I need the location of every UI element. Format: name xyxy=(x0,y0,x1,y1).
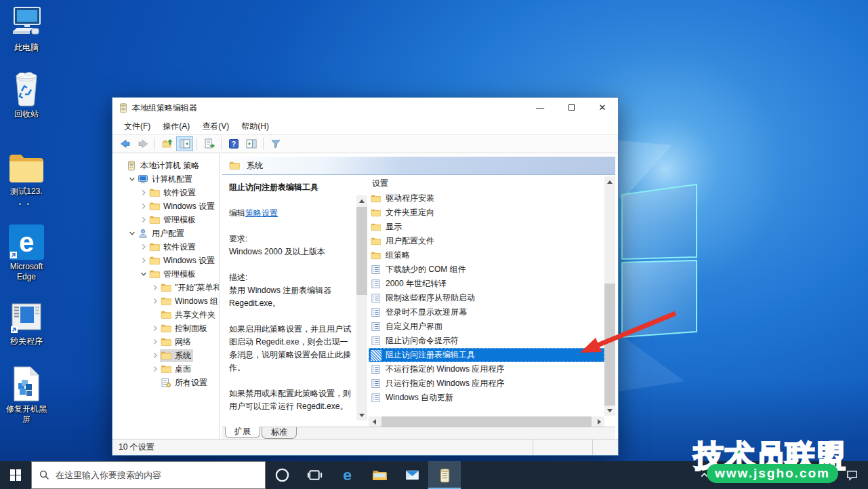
setting-row-文件夹重定向[interactable]: 文件夹重定向 xyxy=(369,206,604,220)
setting-label: 下载缺少的 COM 组件 xyxy=(386,264,466,275)
setting-row-下载缺少的 COM 组件[interactable]: 下载缺少的 COM 组件 xyxy=(369,262,604,277)
expand-chevron-icon[interactable] xyxy=(150,351,160,360)
setting-row-Windows 自动更新[interactable]: Windows 自动更新 xyxy=(369,391,604,405)
fix-black-screen-icon xyxy=(0,364,53,402)
tree-item-控制面板[interactable]: 控制面板 xyxy=(113,321,219,335)
export-list-icon[interactable] xyxy=(201,136,218,151)
expand-chevron-icon[interactable] xyxy=(139,242,148,252)
menu-帮助H[interactable]: 帮助(H) xyxy=(235,119,275,134)
settings-list-vscrollbar[interactable] xyxy=(604,176,615,416)
setting-row-阻止访问命令提示符[interactable]: 阻止访问命令提示符 xyxy=(369,334,604,348)
maximize-button[interactable] xyxy=(556,98,587,117)
desktop-icon-fix-black-screen[interactable]: 修复开机黑屏 xyxy=(0,364,53,425)
quick-close-app-icon xyxy=(0,296,53,334)
expand-chevron-icon[interactable] xyxy=(139,256,148,265)
setting-row-登录时不显示欢迎屏幕[interactable]: 登录时不显示欢迎屏幕 xyxy=(369,305,604,319)
tree-item-本地计算机 策略[interactable]: 本地计算机 策略 xyxy=(113,159,219,172)
tree-item-所有设置[interactable]: 所有设置 xyxy=(113,376,219,389)
setting-row-自定义用户界面[interactable]: 自定义用户界面 xyxy=(369,319,604,334)
gpedit-icon xyxy=(126,160,137,171)
back-icon[interactable] xyxy=(117,136,133,151)
collapse-chevron-icon[interactable] xyxy=(127,174,137,184)
tree-item-label: 管理模板 xyxy=(163,214,196,226)
setting-row-显示[interactable]: 显示 xyxy=(369,220,604,234)
tree-item-管理模板[interactable]: 管理模板 xyxy=(113,213,219,227)
tree-item-网络[interactable]: 网络 xyxy=(113,335,219,349)
taskbar-app-task-view[interactable] xyxy=(298,461,331,489)
tree-item-软件设置[interactable]: 软件设置 xyxy=(113,186,219,199)
setting-row-限制这些程序从帮助启动[interactable]: 限制这些程序从帮助启动 xyxy=(369,291,604,305)
setting-row-2000 年世纪转译[interactable]: 2000 年世纪转译 xyxy=(369,277,604,291)
menu-操作A[interactable]: 操作(A) xyxy=(157,119,196,134)
tree-item-计算机配置[interactable]: 计算机配置 xyxy=(113,172,219,186)
expand-chevron-icon[interactable] xyxy=(139,188,148,197)
action-center-icon[interactable] xyxy=(846,469,859,482)
menu-文件F[interactable]: 文件(F) xyxy=(118,119,157,134)
settings-column-header[interactable]: 设置 xyxy=(369,175,604,191)
svg-text:?: ? xyxy=(231,140,235,148)
tree-item-"开始"菜单和[interactable]: "开始"菜单和 xyxy=(113,281,219,294)
setting-row-阻止访问注册表编辑工具[interactable]: 阻止访问注册表编辑工具 xyxy=(369,348,604,362)
collapse-chevron-icon[interactable] xyxy=(139,269,148,279)
search-input[interactable] xyxy=(56,470,239,480)
desktop-icon-microsoft-edge[interactable]: eMicrosoftEdge xyxy=(0,222,53,282)
start-button[interactable] xyxy=(0,461,31,489)
setting-row-只运行指定的 Windows 应用程序[interactable]: 只运行指定的 Windows 应用程序 xyxy=(369,376,604,391)
expand-chevron-icon[interactable] xyxy=(150,364,160,374)
description-scrollbar[interactable] xyxy=(356,195,367,420)
folder-icon xyxy=(161,282,171,293)
tree-item-管理模板[interactable]: 管理模板 xyxy=(113,267,219,281)
console-tree: 本地计算机 策略计算机配置软件设置Windows 设置管理模板用户配置软件设置W… xyxy=(113,153,220,439)
expand-chevron-icon[interactable] xyxy=(150,283,160,292)
expand-chevron-icon[interactable] xyxy=(150,324,160,333)
setting-row-用户配置文件[interactable]: 用户配置文件 xyxy=(369,234,604,248)
show-console-tree-icon[interactable] xyxy=(176,136,193,151)
setting-label: 显示 xyxy=(386,221,402,233)
taskbar-app-edge[interactable]: e xyxy=(331,461,363,489)
taskbar-search[interactable] xyxy=(31,461,266,489)
setting-label: 不运行指定的 Windows 应用程序 xyxy=(386,364,504,375)
menu-查看V[interactable]: 查看(V) xyxy=(196,119,235,134)
tree-item-Windows 组[interactable]: Windows 组 xyxy=(113,294,219,308)
tree-item-label: 桌面 xyxy=(175,364,191,375)
setting-row-不运行指定的 Windows 应用程序[interactable]: 不运行指定的 Windows 应用程序 xyxy=(369,362,604,376)
desktop-icon-test-folder[interactable]: 测试123.。。 xyxy=(0,146,53,207)
expand-chevron-icon[interactable] xyxy=(150,296,160,306)
tab-扩展[interactable]: 扩展 xyxy=(225,427,260,438)
taskbar-app-gpedit[interactable] xyxy=(428,461,461,489)
minimize-button[interactable]: — xyxy=(524,98,556,117)
help-icon[interactable]: ? xyxy=(225,136,242,151)
show-action-pane-icon[interactable] xyxy=(243,136,260,151)
desktop-icon-quick-close-app[interactable]: 秒关程序 xyxy=(0,296,53,347)
close-button[interactable]: ✕ xyxy=(587,98,618,117)
forward-icon[interactable] xyxy=(134,136,151,151)
expand-chevron-icon[interactable] xyxy=(139,215,148,224)
tree-item-Windows 设置[interactable]: Windows 设置 xyxy=(113,254,219,267)
setting-row-驱动程序安装[interactable]: 驱动程序安装 xyxy=(369,191,604,206)
title-bar[interactable]: 本地组策略编辑器 — ✕ xyxy=(112,98,618,118)
taskbar-app-cortana[interactable] xyxy=(266,461,298,489)
desktop-icon-recycle-bin[interactable]: 回收站 xyxy=(0,69,53,119)
tree-item-共享文件夹[interactable]: 共享文件夹 xyxy=(113,308,219,321)
setting-label: 阻止访问注册表编辑工具 xyxy=(386,349,475,361)
tree-item-label: Windows 设置 xyxy=(163,201,215,212)
expand-chevron-icon[interactable] xyxy=(150,337,160,347)
tree-item-Windows 设置[interactable]: Windows 设置 xyxy=(113,199,219,213)
policy-settings-link[interactable]: 策略设置 xyxy=(245,208,278,218)
collapse-chevron-icon[interactable] xyxy=(127,229,137,238)
tab-标准[interactable]: 标准 xyxy=(262,427,297,439)
up-one-level-icon[interactable] xyxy=(159,136,175,151)
tree-item-系统[interactable]: 系统 xyxy=(113,349,219,362)
taskbar-app-file-explorer[interactable] xyxy=(363,461,396,489)
setting-row-组策略[interactable]: 组策略 xyxy=(369,248,604,262)
gpedit-window: 本地组策略编辑器 — ✕ 文件(F)操作(A)查看(V)帮助(H) ? 本地计算… xyxy=(112,97,619,456)
tree-item-用户配置[interactable]: 用户配置 xyxy=(113,227,219,240)
filter-icon[interactable] xyxy=(267,136,284,151)
expand-chevron-icon[interactable] xyxy=(139,201,148,211)
desktop-icon-this-pc[interactable]: 此电脑 xyxy=(0,3,53,53)
tree-item-桌面[interactable]: 桌面 xyxy=(113,362,219,376)
tree-item-软件设置[interactable]: 软件设置 xyxy=(113,240,219,254)
taskbar-app-mail[interactable] xyxy=(396,461,428,489)
policy-icon xyxy=(371,393,381,404)
settings-list-hscrollbar[interactable] xyxy=(369,416,604,427)
